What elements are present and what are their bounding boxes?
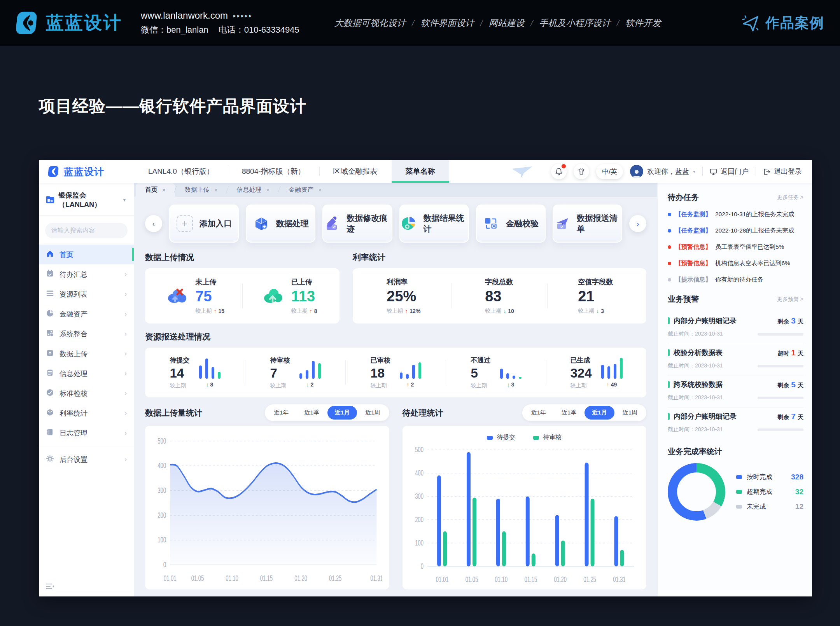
close-icon[interactable]: ×: [266, 187, 270, 193]
cases-link[interactable]: 作品案例: [741, 14, 824, 33]
cloud-x-icon: [166, 287, 187, 305]
arrow-up-icon: ↑: [405, 308, 408, 314]
todo-item[interactable]: 【任务监测】 2022-10-31的上报任务未完成: [668, 210, 803, 219]
svg-text:01.15: 01.15: [260, 574, 273, 583]
search-input[interactable]: [51, 227, 132, 234]
todo-panel-title: 待办任务: [668, 192, 699, 203]
app-nav-item[interactable]: LANL4.0（银行版）: [134, 160, 228, 183]
scroll-right-button[interactable]: ›: [629, 215, 646, 232]
filter-近1月[interactable]: 近1月: [327, 406, 357, 420]
site-nav-item[interactable]: 大数据可视化设计: [334, 17, 406, 29]
user-menu[interactable]: 欢迎你，蓝蓝 ▾: [630, 165, 695, 178]
todo-item[interactable]: 【预警信息】 机构信息表空表率已达到6%: [668, 259, 803, 268]
stat-compare: 较上期 ↑15: [195, 308, 224, 315]
filter-近1季[interactable]: 近1季: [554, 406, 584, 420]
app-logo: 蓝蓝设计: [39, 160, 134, 183]
alert-item[interactable]: 内部分户账明细记录 剩余 7 天 截止时间：2023-10-31: [668, 408, 803, 439]
quick-action-verify[interactable]: 金融校验: [476, 205, 546, 243]
pie-icon: [46, 309, 54, 319]
stat-value: 324: [570, 367, 592, 380]
site-nav-item[interactable]: 软件开发: [625, 17, 661, 29]
more-tasks-link[interactable]: 更多任务 >: [777, 194, 803, 201]
phone: 电话：010-63334945: [219, 24, 299, 36]
sidebar-item-blocks[interactable]: 系统整合 ›: [39, 324, 134, 344]
stat-value: 113: [291, 289, 317, 304]
alert-name: 校验分析数据表: [674, 348, 723, 357]
legend-item[interactable]: 待提交: [487, 434, 515, 442]
sidebar-search[interactable]: [45, 223, 128, 238]
language-toggle[interactable]: 中/英: [596, 164, 623, 179]
filter-近1年[interactable]: 近1年: [524, 406, 553, 420]
todo-item[interactable]: 【预警信息】 员工表表空值率已达到5%: [668, 243, 803, 251]
donut-legend: 按时完成 328 超期完成 32 未完成 12: [736, 467, 803, 517]
close-icon[interactable]: ×: [214, 187, 218, 193]
site-nav-item[interactable]: 软件界面设计: [420, 17, 474, 29]
sidebar-item-home[interactable]: 首页: [39, 245, 134, 264]
report-stat: 待审核 7 较上期 ↓2: [245, 356, 345, 390]
svg-text:01.05: 01.05: [465, 575, 478, 584]
alert-item[interactable]: 跨系统校验数据 剩余 5 天 截止时间：2023-10-31: [668, 376, 803, 408]
quick-action-plane[interactable]: 数据报送清单: [553, 205, 622, 243]
stat-value: 18: [371, 367, 390, 380]
donut-legend-item: 未完成 12: [736, 502, 803, 511]
filter-近1月[interactable]: 近1月: [584, 406, 614, 420]
tab-3[interactable]: 金融资产 ×: [279, 183, 331, 197]
quick-action-piechart[interactable]: 数据结果统计: [399, 205, 469, 243]
compare-label: 较上期: [570, 382, 592, 389]
notification-bell-icon[interactable]: [551, 164, 567, 179]
scroll-left-button[interactable]: ‹: [145, 215, 162, 232]
sidebar-item-doc[interactable]: 信息处理 ›: [39, 364, 134, 383]
arrow-down-icon: ↓: [206, 381, 209, 388]
site-nav-item[interactable]: 网站建设: [489, 17, 525, 29]
bar-chart: 010020030040050001.0101.0501.1001.1501.2…: [410, 442, 640, 587]
sidebar-item-label: 金融资产: [60, 310, 88, 319]
status-dot: [668, 278, 671, 282]
quick-action-cube3d[interactable]: 数据处理: [246, 205, 315, 243]
site-header: 蓝蓝设计 www.lanlanwork.com▸▸▸▸▸ 微信：ben_lanl…: [0, 0, 840, 46]
app-nav-item[interactable]: 菜单名称: [392, 160, 449, 183]
svg-text:300: 300: [158, 486, 166, 495]
sidebar-item-book[interactable]: 日志管理 ›: [39, 423, 134, 443]
sidebar-collapse-icon[interactable]: [46, 583, 54, 591]
return-portal-link[interactable]: 返回门户: [710, 167, 749, 176]
sidebar-item-cube[interactable]: 利率统计 ›: [39, 403, 134, 423]
close-icon[interactable]: ×: [162, 187, 166, 193]
theme-skin-icon[interactable]: [574, 164, 589, 179]
logout-link[interactable]: 退出登录: [763, 167, 802, 176]
app-nav-item[interactable]: 8804-指标版（新）: [228, 160, 319, 183]
close-icon[interactable]: ×: [318, 187, 322, 193]
stat-label: 利润率: [387, 277, 420, 287]
alert-item[interactable]: 内部分户账明细记录 剩余 3 天 截止时间：2023-10-31: [668, 312, 803, 344]
chevron-right-icon: ›: [124, 455, 127, 463]
tab-1[interactable]: 数据上传 ×: [175, 183, 227, 197]
filter-近1季[interactable]: 近1季: [297, 406, 326, 420]
org-selector[interactable]: 银保监会（LANLAN） ▼: [39, 183, 134, 216]
sidebar-item-todo[interactable]: 待办汇总 ›: [39, 264, 134, 284]
site-nav-item[interactable]: 手机及小程序设计: [539, 17, 611, 29]
app-nav-item[interactable]: 区域金融报表: [319, 160, 392, 183]
doc-icon: [46, 369, 54, 379]
tab-0[interactable]: 首页 ×: [136, 183, 175, 197]
sidebar-item-gear[interactable]: 后台设置 ›: [39, 449, 134, 469]
quick-action-pen[interactable]: 数据修改痕迹: [322, 205, 392, 243]
more-alerts-link[interactable]: 更多预警 >: [777, 296, 803, 303]
tab-2[interactable]: 信息处理 ×: [228, 183, 279, 197]
compare-label: 较上期: [170, 382, 190, 389]
filter-近1年[interactable]: 近1年: [266, 406, 296, 420]
filter-近1周[interactable]: 近1周: [615, 406, 645, 420]
quick-action-plus[interactable]: + 添加入口: [169, 205, 239, 243]
todo-item[interactable]: 【任务监测】 2022-10-28的上报任务未完成: [668, 227, 803, 235]
sidebar-item-upload[interactable]: 数据上传 ›: [39, 344, 134, 364]
org-name: 银保监会（LANLAN）: [58, 191, 118, 209]
sidebar-item-check[interactable]: 标准检核 ›: [39, 383, 134, 403]
svg-text:100: 100: [158, 535, 166, 544]
alert-item[interactable]: 校验分析数据表 超时 1 天 截止时间：2023-10-31: [668, 344, 803, 376]
filter-近1周[interactable]: 近1周: [358, 406, 387, 420]
stat-delta: ↓2: [306, 381, 314, 388]
todo-item[interactable]: 【提示信息】 你有新的待办任务: [668, 276, 803, 284]
sidebar-item-pie[interactable]: 金融资产 ›: [39, 304, 134, 324]
svg-text:01.15: 01.15: [524, 575, 537, 584]
svg-text:200: 200: [415, 515, 424, 524]
legend-item[interactable]: 待审核: [533, 434, 562, 442]
sidebar-item-list[interactable]: 资源列表 ›: [39, 284, 134, 304]
